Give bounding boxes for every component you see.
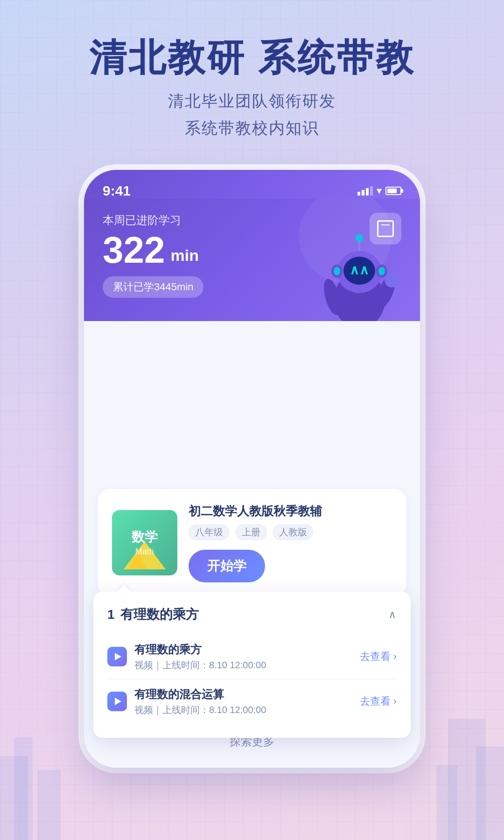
- phone-inner: 9:41 ▾ 本周已进阶学习 322 min: [84, 170, 420, 768]
- lesson-action-2[interactable]: 去查看 ›: [360, 694, 397, 708]
- svg-point-10: [356, 234, 363, 242]
- math-subject-en: Math: [135, 547, 154, 557]
- lesson-item: 有理数的乘方 视频｜上线时间：8.10 12:00:00 去查看 ›: [107, 635, 397, 679]
- main-title: 清北教研 系统带教: [0, 37, 504, 78]
- signal-icon: [357, 186, 373, 196]
- math-course-title: 初二数学人教版秋季教辅: [189, 503, 392, 519]
- hero-section: 本周已进阶学习 322 min 累计已学3445min: [84, 199, 420, 321]
- study-time-value: 322: [103, 231, 165, 269]
- dropdown-header: 1 有理数的乘方 ∧: [107, 606, 397, 623]
- course-info-math: 初二数学人教版秋季教辅 八年级 上册 人教版 开始学: [189, 503, 392, 582]
- robot-mascot: ∧∧: [313, 228, 406, 321]
- dropdown-spacer: [84, 321, 420, 480]
- lesson-meta-1: 视频｜上线时间：8.10 12:00:00: [134, 659, 360, 672]
- chapter-index: 1: [107, 607, 115, 622]
- study-time-unit: min: [170, 247, 198, 263]
- phone-mockup: 9:41 ▾ 本周已进阶学习 322 min: [84, 170, 420, 768]
- status-time: 9:41: [103, 183, 131, 199]
- battery-icon: [385, 187, 401, 195]
- hero-total: 累计已学3445min: [103, 276, 203, 298]
- wifi-icon: ▾: [377, 185, 382, 197]
- math-tag-vol: 上册: [235, 524, 267, 540]
- play-icon-2[interactable]: [107, 692, 127, 711]
- math-subject: 数学: [132, 528, 158, 546]
- math-tag-grade: 八年级: [189, 524, 230, 540]
- dropdown-card: 1 有理数的乘方 ∧ 有理数的乘方 视频｜: [93, 592, 411, 738]
- math-tag-pub: 人教版: [273, 524, 314, 540]
- status-bar: 9:41 ▾: [84, 170, 420, 199]
- lesson-title-2: 有理数的混合运算: [134, 687, 360, 702]
- svg-point-6: [334, 267, 340, 275]
- chevron-up-icon[interactable]: ∧: [388, 608, 397, 621]
- lesson-action-1[interactable]: 去查看 ›: [360, 650, 397, 664]
- math-course-tags: 八年级 上册 人教版: [189, 524, 392, 540]
- content-area: 1 有理数的乘方 ∧ 有理数的乘方 视频｜: [84, 321, 420, 768]
- svg-point-8: [378, 267, 385, 275]
- chapter-dropdown: 1 有理数的乘方 ∧ 有理数的乘方 视频｜: [84, 592, 420, 738]
- status-icons: ▾: [357, 185, 401, 197]
- sub-line1: 清北毕业团队领衔研发: [0, 88, 504, 115]
- hero-total-label: 累计已学3445min: [113, 280, 193, 294]
- svg-text:∧∧: ∧∧: [350, 263, 369, 277]
- lesson-title-1: 有理数的乘方: [134, 642, 360, 657]
- svg-point-13: [385, 273, 399, 287]
- play-icon-1[interactable]: [107, 647, 127, 666]
- play-triangle-2: [115, 698, 121, 705]
- course-cover-math: 数学 Math: [112, 510, 177, 575]
- phone-container: 9:41 ▾ 本周已进阶学习 322 min: [0, 170, 504, 768]
- hero-week-label: 本周已进阶学习: [103, 213, 401, 228]
- math-start-button[interactable]: 开始学: [189, 550, 265, 582]
- lesson-info-2: 有理数的混合运算 视频｜上线时间：8.10 12:00:00: [134, 687, 360, 716]
- play-triangle: [115, 653, 121, 660]
- lesson-info-1: 有理数的乘方 视频｜上线时间：8.10 12:00:00: [134, 642, 360, 672]
- course-card-math: 数学 Math 初二数学人教版秋季教辅 八年级: [98, 489, 406, 596]
- chapter-title: 有理数的乘方: [120, 606, 199, 623]
- sub-line2: 系统带教校内知识: [0, 115, 504, 142]
- sub-title: 清北毕业团队领衔研发 系统带教校内知识: [0, 88, 504, 142]
- lesson-meta-2: 视频｜上线时间：8.10 12:00:00: [134, 704, 360, 716]
- lesson-item-2: 有理数的混合运算 视频｜上线时间：8.10 12:00:00 去查看 ›: [107, 679, 397, 724]
- header-section: 清北教研 系统带教 清北毕业团队领衔研发 系统带教校内知识: [0, 0, 504, 142]
